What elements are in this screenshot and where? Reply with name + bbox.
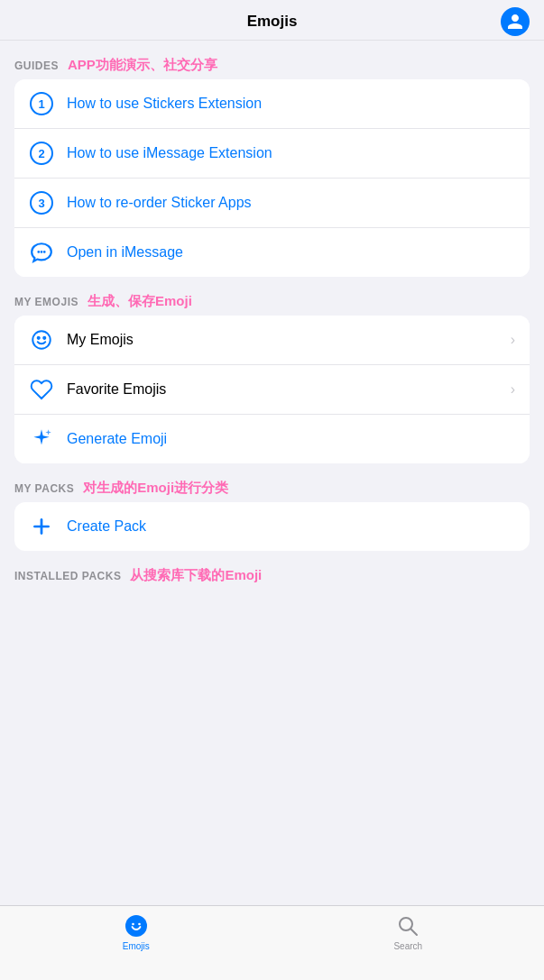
guide-3-row[interactable]: 3 How to re-order Sticker Apps: [14, 179, 530, 228]
my-packs-label: MY PACKS: [14, 482, 74, 495]
svg-line-9: [411, 930, 418, 936]
avatar-button[interactable]: [501, 7, 530, 36]
create-pack-text: Create Pack: [67, 518, 515, 535]
installed-packs-label: INSTALLED PACKS: [14, 570, 121, 582]
svg-point-1: [38, 337, 40, 339]
open-imessage-text: Open in iMessage: [67, 244, 515, 261]
my-emojis-card: My Emojis › Favorite Emojis › Generate E…: [14, 316, 530, 463]
my-emojis-chevron: ›: [511, 332, 515, 348]
my-emojis-row[interactable]: My Emojis ›: [14, 316, 530, 365]
guide-1-row[interactable]: 1 How to use Stickers Extension: [14, 79, 530, 129]
generate-emoji-row[interactable]: Generate Emoji: [14, 415, 530, 463]
my-packs-section-header: MY PACKS 对生成的Emoji进行分类: [0, 463, 544, 502]
installed-packs-section-header: INSTALLED PACKS 从搜索库下载的Emoji: [0, 551, 544, 590]
emojis-tab-label: Emojis: [123, 941, 150, 951]
sparkle-icon: [29, 426, 54, 452]
guides-label: GUIDES: [14, 60, 59, 72]
my-emojis-label: MY EMOJIS: [14, 296, 78, 308]
my-packs-card: Create Pack: [14, 502, 530, 551]
my-emojis-annotation: 生成、保存Emoji: [88, 293, 192, 310]
svg-point-5: [125, 915, 147, 937]
emojis-tab-icon: [124, 913, 149, 939]
my-emojis-text: My Emojis: [67, 332, 498, 348]
guide-2-row[interactable]: 2 How to use iMessage Extension: [14, 129, 530, 179]
svg-point-6: [132, 923, 134, 926]
open-imessage-row[interactable]: Open in iMessage: [14, 228, 530, 277]
svg-point-7: [138, 923, 141, 926]
smiley-icon: [29, 327, 54, 353]
favorite-emojis-text: Favorite Emojis: [67, 381, 498, 398]
guide-1-text: How to use Stickers Extension: [67, 96, 515, 112]
my-packs-annotation: 对生成的Emoji进行分类: [83, 480, 228, 497]
svg-point-2: [43, 337, 45, 339]
guides-section-header: GUIDES APP功能演示、社交分享: [0, 41, 544, 79]
num-1-icon: 1: [29, 91, 54, 116]
guides-card: 1 How to use Stickers Extension 2 How to…: [14, 79, 530, 277]
guides-annotation: APP功能演示、社交分享: [68, 57, 217, 74]
search-tab-icon: [395, 913, 420, 939]
favorite-emojis-row[interactable]: Favorite Emojis ›: [14, 365, 530, 415]
installed-packs-annotation: 从搜索库下载的Emoji: [130, 567, 262, 584]
main-content: GUIDES APP功能演示、社交分享 1 How to use Sticker…: [0, 41, 544, 671]
create-pack-row[interactable]: Create Pack: [14, 502, 530, 551]
imessage-icon: [29, 240, 54, 265]
tab-emojis[interactable]: Emojis: [91, 913, 181, 951]
num-2-icon: 2: [29, 141, 54, 166]
search-tab-label: Search: [393, 941, 422, 951]
app-header: Emojis: [0, 0, 544, 41]
tab-search[interactable]: Search: [363, 913, 453, 951]
heart-icon: [29, 377, 54, 402]
guide-3-text: How to re-order Sticker Apps: [67, 195, 515, 211]
svg-point-0: [32, 331, 51, 349]
my-emojis-section-header: MY EMOJIS 生成、保存Emoji: [0, 277, 544, 316]
guide-2-text: How to use iMessage Extension: [67, 145, 515, 161]
generate-emoji-text: Generate Emoji: [67, 431, 515, 447]
num-3-icon: 3: [29, 190, 54, 215]
favorite-emojis-chevron: ›: [511, 381, 515, 398]
plus-icon: [29, 514, 54, 539]
tab-bar: Emojis Search: [0, 905, 544, 980]
page-title: Emojis: [247, 13, 298, 31]
